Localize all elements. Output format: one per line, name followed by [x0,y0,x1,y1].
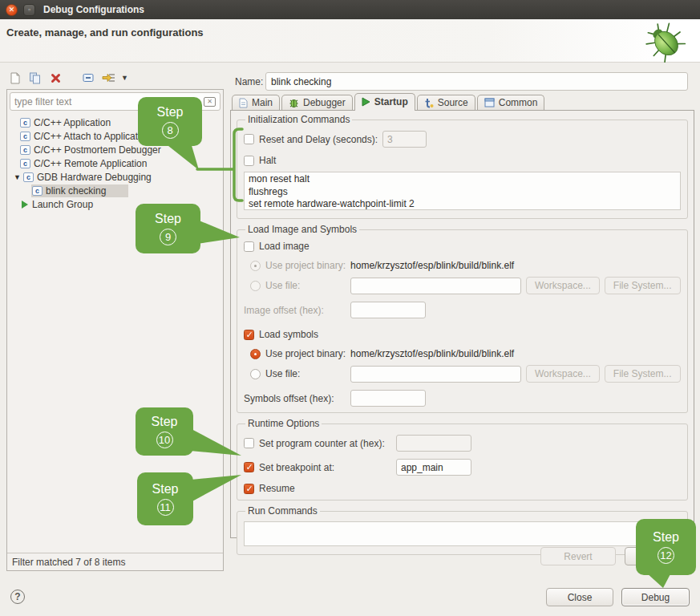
window-close-icon[interactable]: ✕ [6,4,18,16]
symbols-offset-input[interactable] [350,390,426,407]
bug-logo-icon [639,21,694,63]
tree-item-blink-checking[interactable]: c blink checking [7,184,223,197]
resume-checkbox[interactable] [244,484,254,494]
group-title: Initialization Commands [245,114,352,125]
halt-checkbox[interactable] [244,156,254,166]
halt-label: Halt [259,155,276,166]
image-use-file-radio[interactable] [250,281,261,291]
toolbar-menu-caret-icon[interactable]: ▼ [121,74,128,82]
duplicate-configuration-icon[interactable] [28,71,42,85]
tab-common[interactable]: Common [477,95,545,111]
init-commands-textarea[interactable]: mon reset halt flushregs set remote hard… [244,172,681,210]
window-title: Debug Configurations [43,4,144,15]
c-config-icon: c [23,172,34,182]
set-breakpoint-checkbox[interactable] [244,462,254,472]
dialog-header: Create, manage, and run configurations [0,19,700,63]
image-workspace-button[interactable]: Workspace... [526,277,600,294]
titlebar: ✕ ▫ Debug Configurations [0,0,700,19]
step-9-callout: Step 9 [136,204,200,253]
load-image-checkbox[interactable] [244,241,254,252]
collapse-all-icon[interactable] [81,71,95,85]
main-tab-icon [239,98,248,108]
set-breakpoint-label: Set breakpoint at: [259,462,391,473]
common-tab-icon [484,98,495,107]
startup-tab-content: Initialization Commands Reset and Delay … [230,110,694,538]
reset-delay-input[interactable] [382,131,427,148]
run-commands-group: Run Commands [237,505,688,555]
c-config-icon: c [32,186,42,196]
symbols-use-file-radio[interactable] [250,369,261,379]
run-commands-textarea[interactable] [244,521,681,546]
c-config-icon: c [20,118,30,128]
runtime-options-group: Runtime Options Set program counter at (… [237,418,688,500]
load-image-label: Load image [259,241,310,252]
config-tabs: Main Debugger Startup Source Common [232,93,546,111]
delete-configuration-icon[interactable] [48,71,63,85]
image-offset-label: Image offset (hex): [244,305,346,316]
launch-group-icon [22,201,28,209]
step-10-callout: Step 10 [136,407,193,456]
filter-icon[interactable] [101,71,115,85]
image-use-project-binary-radio[interactable] [250,261,261,271]
set-pc-input[interactable] [396,435,471,452]
group-title: Load Image and Symbols [245,224,359,235]
step-8-callout: Step 8 [138,97,202,146]
group-title: Run Commands [245,505,320,517]
use-file-label: Use file: [265,280,346,291]
source-tab-icon [424,98,434,108]
image-binary-path: home/krzysztof/esp/blink/build/blink.elf [350,260,514,271]
use-file-label: Use file: [265,368,346,379]
reset-delay-label: Reset and Delay (seconds): [259,134,378,145]
symbols-workspace-button[interactable]: Workspace... [526,365,600,383]
revert-button[interactable]: Revert [540,547,616,565]
c-config-icon: c [20,159,30,168]
tree-item-gdb-hardware[interactable]: ▼ c GDB Hardware Debugging [7,170,223,184]
c-config-icon: c [20,145,30,155]
group-title: Runtime Options [245,418,322,429]
set-pc-label: Set program counter at (hex): [259,438,391,449]
load-symbols-checkbox[interactable] [244,330,254,340]
help-button[interactable]: ? [10,590,25,604]
symbols-file-input[interactable] [350,366,521,383]
tree-item-cpp-remote[interactable]: c C/C++ Remote Application [7,156,223,170]
symbols-offset-label: Symbols offset (hex): [244,393,346,404]
step-12-callout: Step 12 [636,519,696,575]
load-symbols-label: Load symbols [259,329,318,340]
expand-arrow-icon[interactable]: ▼ [14,173,23,181]
load-image-symbols-group: Load Image and Symbols Load image Use pr… [237,224,688,413]
startup-tab-icon [362,97,370,107]
step-11-callout: Step 11 [137,472,193,525]
debugger-tab-icon [289,98,299,108]
clear-filter-icon[interactable]: ✕ [204,97,216,107]
filter-status: Filter matched 7 of 8 items [7,553,223,570]
use-project-binary-label: Use project binary: [265,348,346,359]
name-label: Name: [235,76,263,87]
tab-startup[interactable]: Startup [354,93,415,111]
new-configuration-icon[interactable] [8,71,22,85]
set-breakpoint-input[interactable] [396,459,471,476]
tab-source[interactable]: Source [417,95,475,111]
resume-label: Resume [259,483,295,494]
image-file-input[interactable] [350,278,521,294]
tab-main[interactable]: Main [232,95,280,111]
name-input[interactable] [265,72,688,91]
image-offset-input[interactable] [350,302,426,318]
tab-debugger[interactable]: Debugger [281,95,353,111]
symbols-use-project-binary-radio[interactable] [250,349,261,359]
symbols-binary-path: home/krzysztof/esp/blink/build/blink.elf [350,348,514,359]
reset-delay-checkbox[interactable] [244,134,254,144]
c-config-icon: c [20,132,30,141]
close-button[interactable]: Close [546,588,613,606]
symbols-filesystem-button[interactable]: File System... [605,365,681,383]
initialization-commands-group: Initialization Commands Reset and Delay … [237,114,688,219]
image-filesystem-button[interactable]: File System... [605,277,681,294]
window-minimize-icon[interactable]: ▫ [23,4,35,16]
use-project-binary-label: Use project binary: [265,260,346,271]
set-pc-checkbox[interactable] [244,438,254,448]
dialog-subtitle: Create, manage, and run configurations [6,26,204,38]
configurations-toolbar: ▼ [8,70,128,86]
debug-button[interactable]: Debug [621,588,690,606]
